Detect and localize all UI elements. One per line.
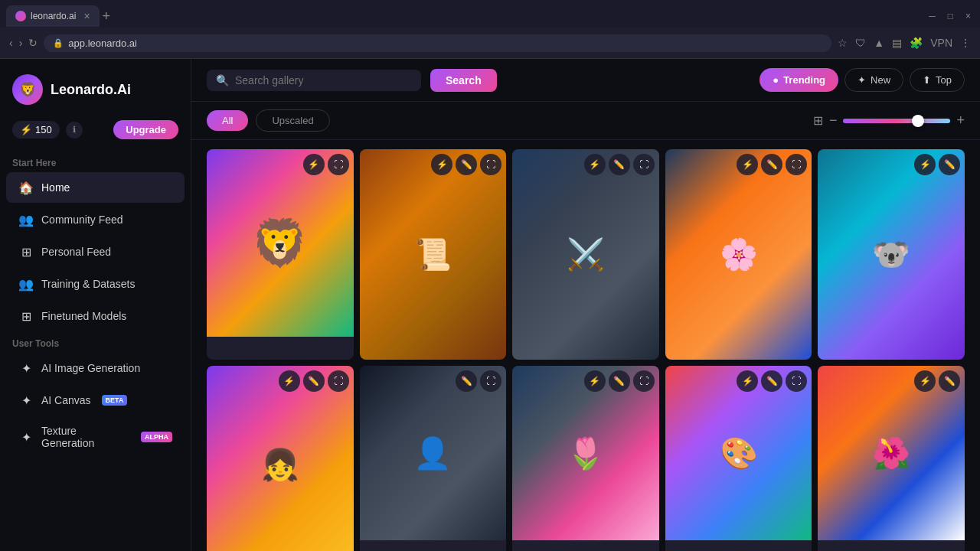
trending-label: Trending: [783, 74, 825, 86]
filter-bar: All Upscaled ⊞ − +: [191, 102, 980, 140]
upgrade-btn[interactable]: Upgrade: [113, 120, 178, 139]
sidebar-item-ai-canvas[interactable]: ✦ AI Canvas BETA: [6, 385, 185, 416]
gallery-item-floral[interactable]: 🌺 ⚡ ✏️: [818, 366, 965, 551]
size-decrease-btn[interactable]: −: [829, 112, 838, 129]
action-expand-btn-4[interactable]: ⛶: [786, 154, 807, 175]
info-btn[interactable]: ℹ: [66, 122, 83, 139]
bookmark-icon[interactable]: ☆: [838, 37, 848, 49]
action-generate-btn-6[interactable]: ⚡: [279, 370, 300, 392]
all-tab[interactable]: All: [207, 110, 248, 131]
action-generate-btn-2[interactable]: ⚡: [431, 154, 452, 175]
texture-icon: ✦: [18, 429, 34, 445]
extensions-btn[interactable]: 🧩: [910, 37, 923, 49]
gallery-item-colorful-girl[interactable]: 🎨 ⚡ ✏️ ⛶: [665, 366, 812, 551]
item-actions-2: ⚡ ✏️ ⛶: [431, 154, 501, 175]
search-container: 🔍: [207, 70, 421, 91]
gallery-item-pink-girl[interactable]: 🌷 ⚡ ✏️ ⛶: [512, 366, 659, 551]
sidebar-finetuned-label: Finetuned Models: [41, 310, 126, 322]
new-tab-btn[interactable]: +: [103, 8, 111, 24]
gallery-item-hieroglyph[interactable]: 📜 ⚡ ✏️ ⛶: [360, 149, 507, 360]
tab-close-btn[interactable]: ×: [83, 10, 90, 22]
grid-controls: ⊞ − +: [813, 112, 965, 129]
extensions-icon[interactable]: 🛡: [855, 37, 866, 49]
action-generate-btn-5[interactable]: ⚡: [914, 154, 936, 175]
profile-icon[interactable]: ▲: [874, 37, 884, 49]
window-controls: ─ □ ×: [926, 11, 974, 21]
section-start-label: Start Here: [0, 152, 191, 171]
action-edit-btn-10[interactable]: ✏️: [939, 370, 960, 392]
gallery-item-anime-girl[interactable]: 👧 ⚡ ✏️ ⛶: [207, 366, 354, 551]
grid-view-icon[interactable]: ⊞: [813, 113, 823, 128]
trending-btn[interactable]: ● Trending: [760, 68, 838, 92]
maximize-btn[interactable]: □: [945, 11, 956, 21]
action-expand-btn[interactable]: ⛶: [328, 154, 349, 175]
new-btn[interactable]: ✦ New: [844, 68, 903, 92]
upscaled-tab[interactable]: Upscaled: [256, 109, 329, 132]
gallery-item-flowers[interactable]: 🌸 ⚡ ✏️ ⛶: [665, 149, 812, 360]
action-edit-btn-7[interactable]: ✏️: [456, 370, 477, 392]
size-slider[interactable]: [843, 119, 950, 123]
action-generate-btn-9[interactable]: ⚡: [737, 370, 758, 392]
action-edit-btn-5[interactable]: ✏️: [939, 154, 960, 175]
gallery-item-dark-woman[interactable]: 👤 ✏️ ⛶: [360, 366, 507, 551]
sidebar-item-texture[interactable]: ✦ Texture Generation ALPHA: [6, 417, 185, 457]
sidebar-training-label: Training & Datasets: [41, 278, 135, 290]
action-expand-btn-2[interactable]: ⛶: [480, 154, 501, 175]
sidebar-item-training[interactable]: 👥 Training & Datasets: [6, 269, 185, 299]
action-expand-btn-3[interactable]: ⛶: [633, 154, 655, 175]
sidebar-item-community[interactable]: 👥 Community Feed: [6, 204, 185, 235]
alpha-badge: ALPHA: [141, 432, 172, 442]
size-increase-btn[interactable]: +: [956, 112, 965, 129]
action-generate-btn-3[interactable]: ⚡: [584, 154, 606, 175]
top-btn[interactable]: ⬆ Top: [910, 68, 965, 92]
search-button[interactable]: Search: [430, 69, 497, 92]
gallery-item-lion[interactable]: 🦁 ⚡ ⛶: [207, 149, 354, 360]
action-generate-btn[interactable]: ⚡: [303, 154, 325, 175]
action-edit-btn-2[interactable]: ✏️: [456, 154, 477, 175]
top-label: Top: [936, 74, 952, 86]
action-generate-btn-10[interactable]: ⚡: [914, 370, 936, 392]
action-generate-btn-4[interactable]: ⚡: [737, 154, 758, 175]
forward-btn[interactable]: ›: [19, 37, 23, 49]
item-actions-6: ⚡ ✏️ ⛶: [279, 370, 349, 392]
search-input[interactable]: [235, 74, 358, 86]
action-edit-btn-3[interactable]: ✏️: [609, 154, 630, 175]
action-edit-btn-8[interactable]: ✏️: [609, 370, 630, 392]
item-actions: ⚡ ⛶: [303, 154, 349, 175]
action-generate-btn-8[interactable]: ⚡: [584, 370, 606, 392]
minimize-btn[interactable]: ─: [926, 11, 939, 21]
size-slider-thumb: [912, 115, 924, 127]
ai-canvas-icon: ✦: [18, 393, 34, 408]
item-actions-4: ⚡ ✏️ ⛶: [737, 154, 807, 175]
action-expand-btn-8[interactable]: ⛶: [633, 370, 655, 392]
back-btn[interactable]: ‹: [9, 37, 13, 49]
action-expand-btn-6[interactable]: ⛶: [328, 370, 349, 392]
sidebar-item-personal[interactable]: ⊞ Personal Feed: [6, 236, 185, 267]
sidebar-toggle-icon[interactable]: ▤: [892, 37, 902, 49]
action-edit-btn-4[interactable]: ✏️: [761, 154, 782, 175]
gallery: 🦁 ⚡ ⛶ 📜 ⚡ ✏️ ⛶: [191, 140, 980, 551]
action-edit-btn-6[interactable]: ✏️: [303, 370, 325, 392]
sidebar-item-ai-image[interactable]: ✦ AI Image Generation: [6, 353, 185, 383]
action-expand-btn-7[interactable]: ⛶: [480, 370, 501, 392]
close-btn[interactable]: ×: [962, 11, 974, 21]
gallery-item-koala[interactable]: 🐨 ⚡ ✏️: [818, 149, 965, 360]
beta-badge: BETA: [102, 395, 128, 406]
item-actions-7: ✏️ ⛶: [456, 370, 501, 392]
refresh-btn[interactable]: ↻: [28, 37, 38, 49]
logo-text: Leonardo.Ai: [51, 82, 131, 98]
community-icon: 👥: [18, 212, 34, 227]
menu-icon[interactable]: ⋮: [960, 37, 971, 49]
action-expand-btn-9[interactable]: ⛶: [786, 370, 807, 392]
vpn-badge[interactable]: VPN: [930, 37, 952, 49]
trending-dot: ●: [773, 74, 779, 86]
action-edit-btn-9[interactable]: ✏️: [761, 370, 782, 392]
sidebar-item-finetuned[interactable]: ⊞ Finetuned Models: [6, 301, 185, 331]
url-bar[interactable]: 🔒 app.leonardo.ai: [44, 34, 831, 52]
training-icon: 👥: [18, 276, 34, 292]
item-actions-10: ⚡ ✏️: [914, 370, 960, 392]
gallery-item-warrior[interactable]: ⚔️ ⚡ ✏️ ⛶: [512, 149, 659, 360]
active-tab[interactable]: leonardo.ai ×: [6, 5, 100, 27]
sidebar-item-home[interactable]: 🏠 Home: [6, 172, 185, 203]
sidebar-texture-label: Texture Generation: [41, 425, 130, 449]
